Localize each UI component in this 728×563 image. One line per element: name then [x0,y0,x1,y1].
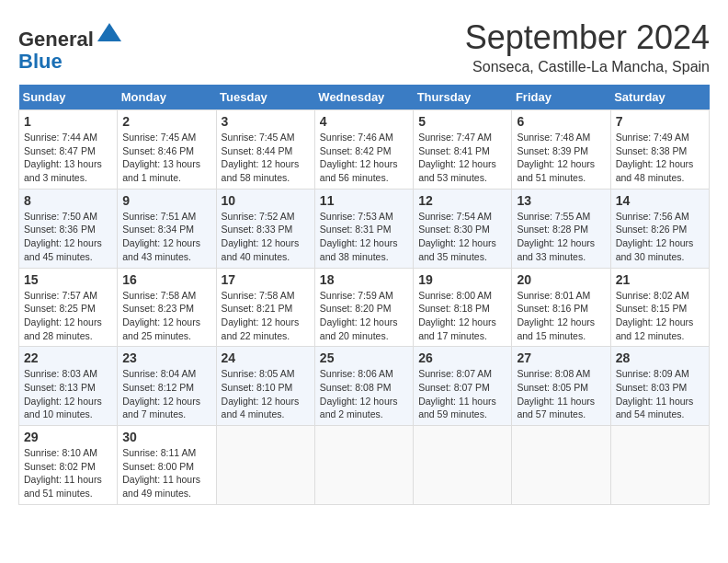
calendar-cell: 26Sunrise: 8:07 AMSunset: 8:07 PMDayligh… [414,347,512,426]
day-number: 12 [418,193,506,208]
day-number: 16 [122,272,210,287]
cell-info-line: Daylight: 12 hours and 12 minutes. [616,316,704,342]
calendar-cell [512,426,610,505]
cell-info-line: Daylight: 11 hours and 54 minutes. [616,395,704,421]
svg-marker-0 [97,23,121,41]
cell-info-line: Sunset: 8:02 PM [24,460,112,474]
day-number: 7 [616,114,704,129]
day-number: 28 [616,350,704,365]
cell-info-line: Sunset: 8:13 PM [24,381,112,395]
day-number: 21 [616,272,704,287]
day-number: 3 [222,114,310,129]
cell-info-line: Sunrise: 7:54 AM [418,210,506,224]
calendar-week-row: 29Sunrise: 8:10 AMSunset: 8:02 PMDayligh… [19,426,710,505]
cell-info-line: Daylight: 12 hours and 2 minutes. [320,395,408,421]
calendar-cell: 7Sunrise: 7:49 AMSunset: 8:38 PMDaylight… [610,110,709,190]
calendar-cell: 15Sunrise: 7:57 AMSunset: 8:25 PMDayligh… [19,268,118,347]
title-section: September 2024 Sonseca, Castille-La Manc… [465,18,710,75]
cell-info-line: Daylight: 11 hours and 57 minutes. [517,395,605,421]
cell-info-line: Daylight: 12 hours and 7 minutes. [122,395,210,421]
calendar-cell [216,426,314,505]
calendar-header-row: SundayMondayTuesdayWednesdayThursdayFrid… [19,85,710,110]
calendar-cell: 29Sunrise: 8:10 AMSunset: 8:02 PMDayligh… [19,426,118,505]
day-number: 4 [320,114,408,129]
calendar-week-row: 15Sunrise: 7:57 AMSunset: 8:25 PMDayligh… [19,268,710,347]
day-number: 15 [24,272,112,287]
cell-info-line: Sunset: 8:18 PM [418,302,506,316]
calendar-cell: 8Sunrise: 7:50 AMSunset: 8:36 PMDaylight… [19,189,118,268]
logo-blue-label: Blue [18,50,63,73]
calendar-cell [414,426,512,505]
calendar-cell: 27Sunrise: 8:08 AMSunset: 8:05 PMDayligh… [512,347,610,426]
day-number: 1 [24,114,112,129]
calendar-cell: 25Sunrise: 8:06 AMSunset: 8:08 PMDayligh… [314,347,413,426]
day-number: 17 [222,272,310,287]
logo-general: General [18,28,94,51]
calendar-cell [314,426,413,505]
cell-info-line: Sunset: 8:30 PM [418,223,506,236]
day-number: 5 [418,114,506,129]
day-number: 2 [122,114,210,129]
day-number: 22 [24,350,112,365]
cell-info-line: Daylight: 12 hours and 33 minutes. [517,236,605,263]
calendar-header-saturday: Saturday [610,85,709,110]
cell-info-line: Sunset: 8:34 PM [122,223,210,236]
cell-info-line: Daylight: 12 hours and 53 minutes. [418,157,506,184]
logo-blue-text: Blue [18,51,123,73]
cell-info-line: Daylight: 12 hours and 25 minutes. [122,316,210,342]
cell-info-line: Sunrise: 8:11 AM [122,446,210,460]
cell-info-line: Sunrise: 7:45 AM [122,131,210,144]
location-subtitle: Sonseca, Castille-La Mancha, Spain [465,59,710,75]
cell-info-line: Sunrise: 7:45 AM [222,131,310,144]
cell-info-line: Daylight: 12 hours and 45 minutes. [24,236,112,263]
cell-info-line: Sunset: 8:12 PM [122,381,210,395]
month-title: September 2024 [465,18,710,57]
cell-info-line: Daylight: 12 hours and 58 minutes. [222,157,310,184]
cell-info-line: Daylight: 12 hours and 56 minutes. [320,157,408,184]
day-number: 19 [418,272,506,287]
cell-info-line: Daylight: 12 hours and 20 minutes. [320,316,408,342]
calendar-cell: 10Sunrise: 7:52 AMSunset: 8:33 PMDayligh… [216,189,314,268]
cell-info-line: Daylight: 12 hours and 28 minutes. [24,316,112,342]
calendar-cell [610,426,709,505]
cell-info-line: Sunrise: 7:52 AM [222,210,310,224]
cell-info-line: Sunrise: 7:48 AM [517,131,605,144]
calendar-header-thursday: Thursday [414,85,512,110]
cell-info-line: Sunrise: 8:00 AM [418,289,506,303]
calendar-cell: 16Sunrise: 7:58 AMSunset: 8:23 PMDayligh… [118,268,216,347]
cell-info-line: Sunset: 8:00 PM [122,460,210,474]
calendar-cell: 14Sunrise: 7:56 AMSunset: 8:26 PMDayligh… [610,189,709,268]
cell-info-line: Sunrise: 7:57 AM [24,289,112,303]
cell-info-line: Sunset: 8:46 PM [122,144,210,158]
calendar-table: SundayMondayTuesdayWednesdayThursdayFrid… [18,85,710,505]
day-number: 11 [320,193,408,208]
calendar-cell: 5Sunrise: 7:47 AMSunset: 8:41 PMDaylight… [414,110,512,190]
cell-info-line: Sunrise: 7:44 AM [24,131,112,144]
cell-info-line: Sunset: 8:26 PM [616,223,704,236]
cell-info-line: Sunrise: 7:47 AM [418,131,506,144]
day-number: 20 [517,272,605,287]
calendar-cell: 4Sunrise: 7:46 AMSunset: 8:42 PMDaylight… [314,110,413,190]
cell-info-line: Daylight: 12 hours and 4 minutes. [222,395,310,421]
cell-info-line: Sunset: 8:16 PM [517,302,605,316]
cell-info-line: Sunset: 8:41 PM [418,144,506,158]
cell-info-line: Sunset: 8:44 PM [222,144,310,158]
day-number: 9 [122,193,210,208]
calendar-header-wednesday: Wednesday [314,85,413,110]
day-number: 14 [616,193,704,208]
cell-info-line: Sunrise: 8:08 AM [517,367,605,381]
day-number: 24 [222,350,310,365]
calendar-cell: 21Sunrise: 8:02 AMSunset: 8:15 PMDayligh… [610,268,709,347]
calendar-cell: 2Sunrise: 7:45 AMSunset: 8:46 PMDaylight… [118,110,216,190]
calendar-week-row: 1Sunrise: 7:44 AMSunset: 8:47 PMDaylight… [19,110,710,190]
cell-info-line: Sunset: 8:42 PM [320,144,408,158]
logo: General Blue [18,18,123,73]
cell-info-line: Daylight: 12 hours and 35 minutes. [418,236,506,263]
cell-info-line: Sunrise: 7:51 AM [122,210,210,224]
cell-info-line: Sunset: 8:31 PM [320,223,408,236]
cell-info-line: Sunset: 8:23 PM [122,302,210,316]
cell-info-line: Sunset: 8:03 PM [616,381,704,395]
day-number: 6 [517,114,605,129]
cell-info-line: Sunrise: 7:58 AM [122,289,210,303]
day-number: 27 [517,350,605,365]
